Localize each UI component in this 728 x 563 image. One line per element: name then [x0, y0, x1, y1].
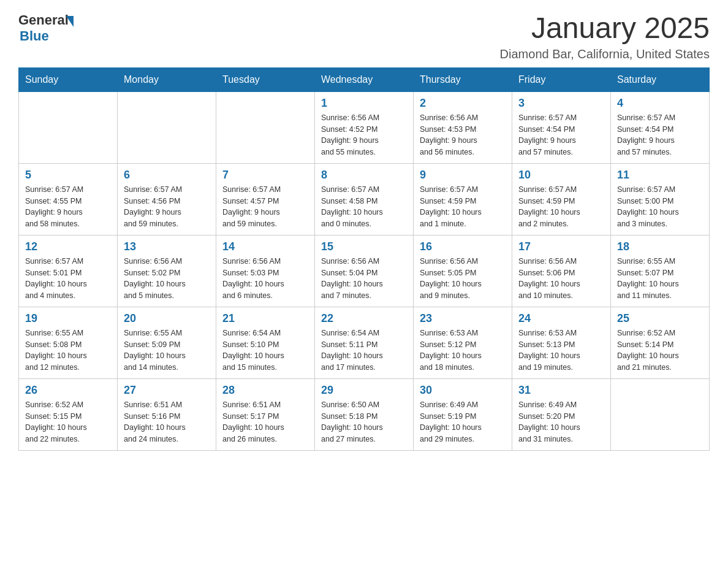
- calendar-cell: 5Sunrise: 6:57 AMSunset: 4:55 PMDaylight…: [19, 163, 118, 235]
- day-info: Sunrise: 6:57 AMSunset: 4:58 PMDaylight:…: [321, 184, 407, 230]
- calendar-cell: 22Sunrise: 6:54 AMSunset: 5:11 PMDayligh…: [315, 307, 414, 378]
- calendar-cell: 20Sunrise: 6:55 AMSunset: 5:09 PMDayligh…: [118, 307, 216, 378]
- day-info: Sunrise: 6:56 AMSunset: 4:52 PMDaylight:…: [321, 112, 407, 158]
- day-info: Sunrise: 6:54 AMSunset: 5:11 PMDaylight:…: [321, 327, 407, 373]
- calendar-cell: 10Sunrise: 6:57 AMSunset: 4:59 PMDayligh…: [512, 163, 611, 235]
- weekday-header-tuesday: Tuesday: [216, 67, 315, 91]
- day-number: 26: [25, 384, 111, 397]
- calendar-cell: 18Sunrise: 6:55 AMSunset: 5:07 PMDayligh…: [611, 235, 710, 307]
- weekday-header-thursday: Thursday: [414, 67, 512, 91]
- calendar-week-row: 26Sunrise: 6:52 AMSunset: 5:15 PMDayligh…: [19, 378, 710, 450]
- day-info: Sunrise: 6:51 AMSunset: 5:17 PMDaylight:…: [222, 399, 308, 445]
- day-info: Sunrise: 6:56 AMSunset: 5:05 PMDaylight:…: [420, 256, 506, 302]
- day-number: 30: [420, 384, 506, 397]
- day-info: Sunrise: 6:57 AMSunset: 4:54 PMDaylight:…: [617, 112, 703, 158]
- calendar-cell: 14Sunrise: 6:56 AMSunset: 5:03 PMDayligh…: [216, 235, 315, 307]
- day-number: 23: [420, 312, 506, 325]
- title-area: January 2025 Diamond Bar, California, Un…: [500, 12, 710, 61]
- day-number: 31: [518, 384, 604, 397]
- day-number: 24: [518, 312, 604, 325]
- day-info: Sunrise: 6:51 AMSunset: 5:16 PMDaylight:…: [124, 399, 210, 445]
- calendar-week-row: 12Sunrise: 6:57 AMSunset: 5:01 PMDayligh…: [19, 235, 710, 307]
- calendar-cell: 9Sunrise: 6:57 AMSunset: 4:59 PMDaylight…: [414, 163, 512, 235]
- calendar-week-row: 19Sunrise: 6:55 AMSunset: 5:08 PMDayligh…: [19, 307, 710, 378]
- day-number: 13: [124, 240, 210, 253]
- day-info: Sunrise: 6:57 AMSunset: 4:59 PMDaylight:…: [518, 184, 604, 230]
- day-number: 12: [25, 240, 111, 253]
- day-number: 17: [518, 240, 604, 253]
- calendar-cell: 8Sunrise: 6:57 AMSunset: 4:58 PMDaylight…: [315, 163, 414, 235]
- day-info: Sunrise: 6:52 AMSunset: 5:15 PMDaylight:…: [25, 399, 111, 445]
- day-number: 14: [222, 240, 308, 253]
- logo-triangle-icon: [66, 16, 74, 27]
- day-info: Sunrise: 6:56 AMSunset: 5:02 PMDaylight:…: [124, 256, 210, 302]
- calendar-header-row: SundayMondayTuesdayWednesdayThursdayFrid…: [19, 67, 710, 91]
- day-number: 21: [222, 312, 308, 325]
- day-number: 10: [518, 169, 604, 182]
- logo-blue: Blue: [20, 28, 49, 44]
- day-number: 16: [420, 240, 506, 253]
- calendar-cell: [118, 91, 216, 163]
- calendar-cell: 17Sunrise: 6:56 AMSunset: 5:06 PMDayligh…: [512, 235, 611, 307]
- day-info: Sunrise: 6:57 AMSunset: 5:01 PMDaylight:…: [25, 256, 111, 302]
- day-number: 29: [321, 384, 407, 397]
- day-number: 6: [124, 169, 210, 182]
- calendar-cell: [611, 378, 710, 450]
- weekday-header-friday: Friday: [512, 67, 611, 91]
- calendar-cell: 27Sunrise: 6:51 AMSunset: 5:16 PMDayligh…: [118, 378, 216, 450]
- day-number: 25: [617, 312, 703, 325]
- calendar-cell: 25Sunrise: 6:52 AMSunset: 5:14 PMDayligh…: [611, 307, 710, 378]
- calendar-cell: 11Sunrise: 6:57 AMSunset: 5:00 PMDayligh…: [611, 163, 710, 235]
- calendar-cell: 12Sunrise: 6:57 AMSunset: 5:01 PMDayligh…: [19, 235, 118, 307]
- day-info: Sunrise: 6:53 AMSunset: 5:12 PMDaylight:…: [420, 327, 506, 373]
- calendar-cell: 26Sunrise: 6:52 AMSunset: 5:15 PMDayligh…: [19, 378, 118, 450]
- day-info: Sunrise: 6:55 AMSunset: 5:09 PMDaylight:…: [124, 327, 210, 373]
- day-info: Sunrise: 6:56 AMSunset: 5:03 PMDaylight:…: [222, 256, 308, 302]
- calendar-cell: 19Sunrise: 6:55 AMSunset: 5:08 PMDayligh…: [19, 307, 118, 378]
- day-info: Sunrise: 6:55 AMSunset: 5:08 PMDaylight:…: [25, 327, 111, 373]
- calendar-cell: 30Sunrise: 6:49 AMSunset: 5:19 PMDayligh…: [414, 378, 512, 450]
- calendar-cell: 15Sunrise: 6:56 AMSunset: 5:04 PMDayligh…: [315, 235, 414, 307]
- calendar-cell: [19, 91, 118, 163]
- calendar-table: SundayMondayTuesdayWednesdayThursdayFrid…: [18, 67, 710, 451]
- day-number: 11: [617, 169, 703, 182]
- day-number: 9: [420, 169, 506, 182]
- calendar-cell: 6Sunrise: 6:57 AMSunset: 4:56 PMDaylight…: [118, 163, 216, 235]
- calendar-cell: 16Sunrise: 6:56 AMSunset: 5:05 PMDayligh…: [414, 235, 512, 307]
- day-number: 27: [124, 384, 210, 397]
- weekday-header-monday: Monday: [118, 67, 216, 91]
- weekday-header-sunday: Sunday: [19, 67, 118, 91]
- day-info: Sunrise: 6:56 AMSunset: 5:06 PMDaylight:…: [518, 256, 604, 302]
- day-info: Sunrise: 6:50 AMSunset: 5:18 PMDaylight:…: [321, 399, 407, 445]
- day-number: 8: [321, 169, 407, 182]
- location-title: Diamond Bar, California, United States: [500, 47, 710, 61]
- calendar-cell: 28Sunrise: 6:51 AMSunset: 5:17 PMDayligh…: [216, 378, 315, 450]
- day-number: 22: [321, 312, 407, 325]
- day-info: Sunrise: 6:57 AMSunset: 5:00 PMDaylight:…: [617, 184, 703, 230]
- page-header: General Blue January 2025 Diamond Bar, C…: [18, 12, 710, 61]
- day-number: 1: [321, 97, 407, 110]
- day-number: 15: [321, 240, 407, 253]
- logo-general: General: [18, 12, 69, 28]
- calendar-cell: [216, 91, 315, 163]
- calendar-cell: 13Sunrise: 6:56 AMSunset: 5:02 PMDayligh…: [118, 235, 216, 307]
- day-info: Sunrise: 6:49 AMSunset: 5:19 PMDaylight:…: [420, 399, 506, 445]
- day-number: 4: [617, 97, 703, 110]
- calendar-cell: 29Sunrise: 6:50 AMSunset: 5:18 PMDayligh…: [315, 378, 414, 450]
- calendar-cell: 4Sunrise: 6:57 AMSunset: 4:54 PMDaylight…: [611, 91, 710, 163]
- day-number: 19: [25, 312, 111, 325]
- calendar-week-row: 1Sunrise: 6:56 AMSunset: 4:52 PMDaylight…: [19, 91, 710, 163]
- day-number: 7: [222, 169, 308, 182]
- calendar-cell: 7Sunrise: 6:57 AMSunset: 4:57 PMDaylight…: [216, 163, 315, 235]
- day-info: Sunrise: 6:55 AMSunset: 5:07 PMDaylight:…: [617, 256, 703, 302]
- calendar-cell: 3Sunrise: 6:57 AMSunset: 4:54 PMDaylight…: [512, 91, 611, 163]
- day-number: 2: [420, 97, 506, 110]
- calendar-week-row: 5Sunrise: 6:57 AMSunset: 4:55 PMDaylight…: [19, 163, 710, 235]
- day-number: 28: [222, 384, 308, 397]
- day-info: Sunrise: 6:57 AMSunset: 4:54 PMDaylight:…: [518, 112, 604, 158]
- logo: General Blue: [18, 12, 74, 44]
- day-info: Sunrise: 6:49 AMSunset: 5:20 PMDaylight:…: [518, 399, 604, 445]
- day-info: Sunrise: 6:57 AMSunset: 4:56 PMDaylight:…: [124, 184, 210, 230]
- calendar-cell: 23Sunrise: 6:53 AMSunset: 5:12 PMDayligh…: [414, 307, 512, 378]
- day-number: 3: [518, 97, 604, 110]
